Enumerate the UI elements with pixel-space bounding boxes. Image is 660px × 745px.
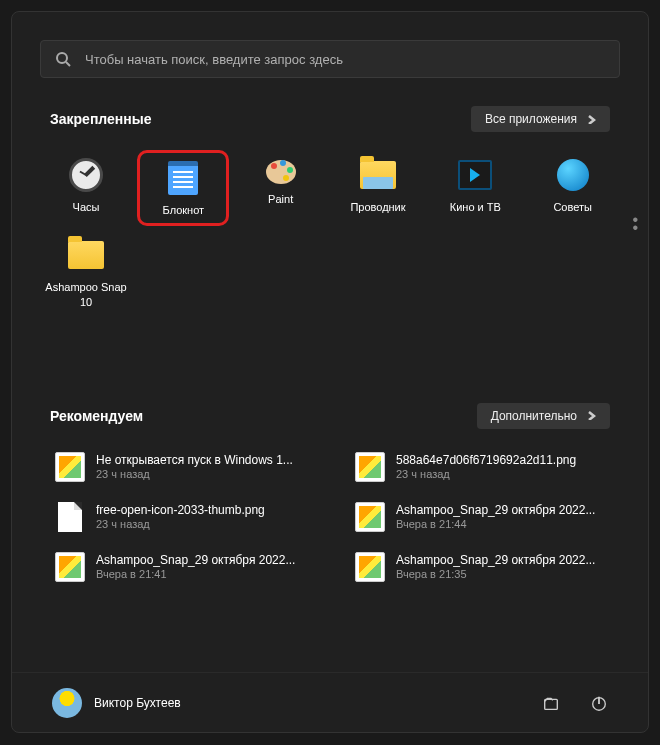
pinned-section: Закрепленные Все приложения Часы Блокнот… <box>40 106 620 315</box>
all-apps-button[interactable]: Все приложения <box>471 106 610 132</box>
svg-point-5 <box>283 175 289 181</box>
start-footer: Виктор Бухтеев <box>12 672 648 732</box>
notepad-icon <box>168 161 198 195</box>
pinned-tips[interactable]: Советы <box>527 150 619 226</box>
image-icon <box>355 502 385 532</box>
recommended-section: Рекомендуем Дополнительно Не открывается… <box>40 403 620 587</box>
pinned-title: Закрепленные <box>50 111 152 127</box>
avatar <box>52 688 82 718</box>
more-pages-dots[interactable]: •• <box>632 216 638 232</box>
search-input[interactable] <box>85 52 605 67</box>
paint-icon <box>264 156 298 186</box>
explorer-icon <box>360 161 396 189</box>
image-icon <box>355 552 385 582</box>
power-icon[interactable] <box>590 694 608 712</box>
svg-point-3 <box>280 160 286 166</box>
file-icon <box>58 502 82 532</box>
image-icon <box>55 452 85 482</box>
search-icon <box>55 51 71 67</box>
start-menu: Закрепленные Все приложения Часы Блокнот… <box>11 11 649 733</box>
recommended-title: Рекомендуем <box>50 408 143 424</box>
recommended-item[interactable]: Ashampoo_Snap_29 октября 2022...Вчера в … <box>350 547 610 587</box>
clock-icon <box>69 158 103 192</box>
pinned-explorer[interactable]: Проводник <box>332 150 424 226</box>
chevron-right-icon <box>587 411 596 420</box>
folder-icon <box>68 241 104 269</box>
svg-point-4 <box>287 167 293 173</box>
recommended-item[interactable]: Ashampoo_Snap_29 октября 2022...Вчера в … <box>50 547 310 587</box>
pinned-ashampoo[interactable]: Ashampoo Snap 10 <box>40 230 132 315</box>
recommended-item[interactable]: free-open-icon-2033-thumb.png23 ч назад <box>50 497 310 537</box>
user-account[interactable]: Виктор Бухтеев <box>52 688 181 718</box>
documents-icon[interactable] <box>542 694 560 712</box>
pinned-paint[interactable]: Paint <box>235 150 327 226</box>
image-icon <box>55 552 85 582</box>
pinned-notepad[interactable]: Блокнот <box>137 150 229 226</box>
tips-icon <box>557 159 589 191</box>
svg-rect-6 <box>545 699 558 709</box>
chevron-right-icon <box>587 115 596 124</box>
pinned-clock[interactable]: Часы <box>40 150 132 226</box>
svg-point-2 <box>271 163 277 169</box>
svg-point-0 <box>57 53 67 63</box>
recommended-item[interactable]: Ashampoo_Snap_29 октября 2022...Вчера в … <box>350 497 610 537</box>
search-box[interactable] <box>40 40 620 78</box>
recommended-item[interactable]: 588a64e7d06f6719692a2d11.png23 ч назад <box>350 447 610 487</box>
movies-icon <box>458 160 492 190</box>
more-button[interactable]: Дополнительно <box>477 403 610 429</box>
image-icon <box>355 452 385 482</box>
pinned-movies[interactable]: Кино и ТВ <box>429 150 521 226</box>
recommended-item[interactable]: Не открывается пуск в Windows 1...23 ч н… <box>50 447 310 487</box>
